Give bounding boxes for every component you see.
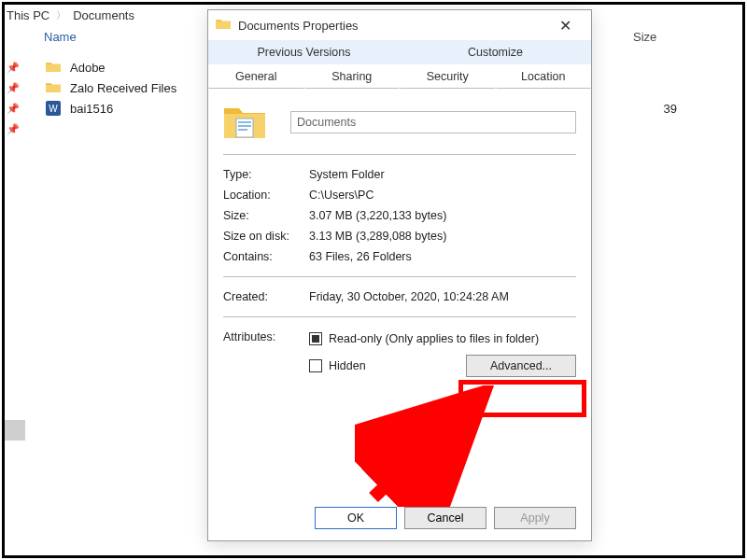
label-created: Created: xyxy=(223,290,309,303)
advanced-button[interactable]: Advanced... xyxy=(466,355,576,377)
value-created: Friday, 30 October, 2020, 10:24:28 AM xyxy=(309,290,576,303)
value-size: 3.07 MB (3,220,133 bytes) xyxy=(309,209,576,222)
svg-rect-4 xyxy=(238,125,251,127)
selection-stub xyxy=(5,420,25,441)
breadcrumb-current[interactable]: Documents xyxy=(73,8,134,22)
checkbox-readonly[interactable] xyxy=(309,332,322,345)
label-location: Location: xyxy=(223,189,309,202)
value-type: System Folder xyxy=(309,168,576,181)
column-size[interactable]: Size xyxy=(633,30,698,44)
breadcrumb-root[interactable]: This PC xyxy=(7,8,49,22)
checkbox-hidden[interactable] xyxy=(309,359,322,372)
apply-button[interactable]: Apply xyxy=(494,507,576,529)
svg-rect-3 xyxy=(238,121,251,123)
dialog-title: Documents Properties xyxy=(238,19,359,33)
tab-sharing[interactable]: Sharing xyxy=(304,64,401,89)
ok-button[interactable]: OK xyxy=(315,507,397,529)
properties-dialog: Documents Properties ✕ Previous Versions… xyxy=(207,9,592,541)
folder-icon xyxy=(45,59,62,76)
tab-row-top: Previous Versions Customize xyxy=(208,40,591,64)
label-contains: Contains: xyxy=(223,250,309,263)
chevron-right-icon: 〉 xyxy=(56,8,66,22)
label-type: Type: xyxy=(223,168,309,181)
word-doc-icon: W xyxy=(45,100,62,117)
dialog-buttons: OK Cancel Apply xyxy=(315,507,576,529)
tab-location[interactable]: Location xyxy=(496,64,592,89)
label-attributes: Attributes: xyxy=(223,330,309,379)
dialog-titlebar[interactable]: Documents Properties ✕ xyxy=(208,10,591,40)
svg-text:W: W xyxy=(49,104,58,114)
svg-rect-5 xyxy=(238,129,247,131)
close-button[interactable]: ✕ xyxy=(546,17,584,35)
pin-icon: 📌 xyxy=(5,62,21,74)
folder-name-input[interactable] xyxy=(290,111,576,133)
tab-customize[interactable]: Customize xyxy=(400,40,591,64)
file-size: 39 xyxy=(621,102,677,116)
label-size: Size: xyxy=(223,209,309,222)
pin-icon: 📌 xyxy=(5,103,21,115)
folder-icon xyxy=(216,18,231,33)
value-size-on-disk: 3.13 MB (3,289,088 bytes) xyxy=(309,230,576,243)
value-contains: 63 Files, 26 Folders xyxy=(309,250,576,263)
annotation-highlight xyxy=(458,380,586,417)
pin-icon: 📌 xyxy=(5,123,21,135)
tab-security[interactable]: Security xyxy=(400,64,496,89)
pin-icon: 📌 xyxy=(5,82,21,94)
folder-icon xyxy=(45,79,62,96)
label-size-on-disk: Size on disk: xyxy=(223,230,309,243)
value-location: C:\Users\PC xyxy=(309,189,576,202)
folder-large-icon xyxy=(223,104,266,141)
tab-row-bottom: General Sharing Security Location xyxy=(208,64,591,89)
label-readonly: Read-only (Only applies to files in fold… xyxy=(329,332,539,345)
cancel-button[interactable]: Cancel xyxy=(404,507,486,529)
tab-content-general: Type:System Folder Location:C:\Users\PC … xyxy=(208,89,591,383)
tab-general[interactable]: General xyxy=(208,64,304,89)
tab-previous-versions[interactable]: Previous Versions xyxy=(208,40,400,64)
label-hidden: Hidden xyxy=(329,359,366,372)
